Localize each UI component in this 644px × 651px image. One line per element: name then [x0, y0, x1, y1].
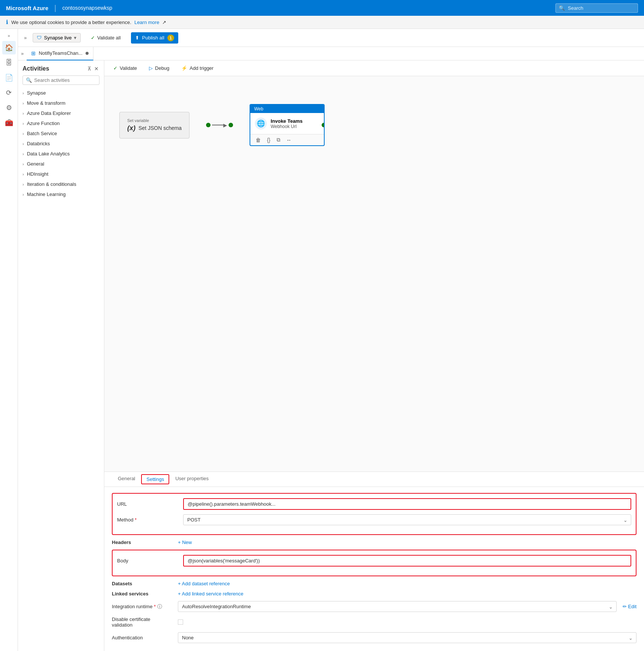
tab-settings[interactable]: Settings	[141, 474, 169, 484]
add-trigger-button[interactable]: ⚡ Add trigger	[178, 64, 217, 72]
headers-new-button[interactable]: + New	[178, 539, 192, 545]
activity-group-ade[interactable]: › Azure Data Explorer	[18, 108, 104, 118]
edit-ir-button[interactable]: ✏ Edit	[623, 604, 636, 609]
code-btn[interactable]: {}	[265, 136, 272, 144]
group-label: Batch Service	[27, 131, 57, 136]
tab-expand-left[interactable]: »	[21, 51, 24, 56]
toolbar-expand[interactable]: »	[24, 35, 27, 41]
debug-button[interactable]: ▷ Debug	[146, 64, 172, 72]
target-dot	[229, 123, 233, 127]
headers-row: Headers + New	[112, 539, 636, 545]
workspace-name: contososynapsewksp	[62, 5, 112, 11]
method-row: Method * POST GET PUT DELETE	[117, 514, 631, 525]
activity-group-general[interactable]: › General	[18, 159, 104, 169]
activities-search-input[interactable]	[34, 77, 96, 83]
activity-group-synapse[interactable]: › Synapse	[18, 88, 104, 98]
chevron-icon: ›	[23, 121, 24, 126]
group-label: Databricks	[27, 141, 50, 146]
cookie-banner: ℹ We use optional cookies to provide a b…	[0, 16, 644, 29]
search-icon: 🔍	[26, 77, 32, 83]
lightning-icon: ⚡	[181, 65, 187, 71]
chevron-icon: ›	[23, 182, 24, 187]
activity-group-batch[interactable]: › Batch Service	[18, 128, 104, 139]
add-dataset-button[interactable]: + Add dataset reference	[178, 581, 230, 586]
copy-btn[interactable]: ⧉	[275, 136, 282, 144]
upload-icon: ⬆	[135, 35, 139, 41]
web-node-body: 🌐 Invoke Teams Webhook Url	[250, 113, 324, 134]
nav-data[interactable]: 🗄	[2, 56, 16, 69]
url-method-box: URL Method * POST	[112, 493, 636, 535]
connector-line	[212, 125, 223, 125]
check-icon: ✓	[113, 65, 117, 71]
auth-select[interactable]: None Basic MSI	[178, 632, 636, 643]
close-panel-btn[interactable]: ✕	[93, 65, 99, 72]
canvas-toolbar: ✓ Validate ▷ Debug ⚡ Add trigger	[104, 60, 644, 76]
collapse-btn[interactable]: ⊼	[87, 65, 92, 72]
chevron-icon: ›	[23, 91, 24, 95]
add-linked-service-button[interactable]: + Add linked service reference	[178, 591, 244, 597]
activities-search-box[interactable]: 🔍	[23, 75, 99, 85]
node-type-label: Set variable	[127, 118, 182, 123]
url-input[interactable]	[183, 498, 631, 510]
synapse-dropdown-icon[interactable]: ▾	[74, 35, 77, 41]
synapse-badge: 🛡 Synapse live ▾	[33, 33, 81, 42]
cert-label: Disable certificate validation	[112, 616, 172, 628]
activity-group-ml[interactable]: › Machine Learning	[18, 189, 104, 199]
search-bar[interactable]: 🔍 Search	[555, 3, 638, 13]
activity-group-databricks[interactable]: › Databricks	[18, 139, 104, 149]
brand-logo: Microsoft Azure	[6, 5, 48, 11]
delete-btn[interactable]: 🗑	[254, 136, 262, 144]
method-select[interactable]: POST GET PUT DELETE	[183, 514, 631, 525]
ir-select-wrapper[interactable]: AutoResolveIntegrationRuntime	[178, 601, 617, 612]
nav-integrate[interactable]: ⟳	[2, 86, 16, 99]
required-star: *	[135, 517, 137, 523]
ir-select[interactable]: AutoResolveIntegrationRuntime	[178, 601, 617, 612]
tab-icon: ⊞	[31, 50, 36, 56]
nav-monitor[interactable]: ⚙	[2, 101, 16, 115]
web-node[interactable]: Web 🌐 Invoke Teams Webhook Url 🗑	[250, 104, 325, 146]
datasets-row: Datasets + Add dataset reference	[112, 581, 636, 586]
nav-docs[interactable]: 📄	[2, 71, 16, 84]
divider: |	[54, 4, 56, 12]
toolbar: » 🛡 Synapse live ▾ ✓ Validate all ⬆ Publ…	[18, 29, 644, 47]
arrow-btn[interactable]: ↔	[285, 136, 293, 144]
group-label: HDInsight	[27, 171, 48, 177]
activity-group-move[interactable]: › Move & transform	[18, 98, 104, 108]
content-area: » 🛡 Synapse live ▾ ✓ Validate all ⬆ Publ…	[18, 29, 644, 651]
body-box: Body	[112, 550, 636, 576]
validate-button[interactable]: ✓ Validate	[110, 64, 140, 72]
auth-select-wrapper[interactable]: None Basic MSI	[178, 632, 636, 643]
ir-required: *	[154, 604, 156, 609]
group-label: Azure Function	[27, 121, 60, 126]
chevron-icon: ›	[23, 162, 24, 166]
nav-home[interactable]: 🏠	[2, 41, 16, 54]
tab-bar: » ⊞ NotifiyTeamsChan...	[18, 47, 644, 60]
set-variable-node[interactable]: Set variable (x) Set JSON schema	[119, 112, 190, 139]
chevron-icon: ›	[23, 131, 24, 136]
settings-panel: General Settings User properties URL	[104, 472, 644, 651]
tab-notifiy-teams[interactable]: ⊞ NotifiyTeamsChan...	[27, 47, 93, 60]
activity-group-azure-function[interactable]: › Azure Function	[18, 118, 104, 128]
group-label: Synapse	[27, 90, 46, 96]
activity-group-iteration[interactable]: › Iteration & conditionals	[18, 179, 104, 189]
canvas-workspace[interactable]: Set variable (x) Set JSON schema ▶	[104, 76, 644, 472]
linked-services-label: Linked services	[112, 591, 172, 597]
activity-group-hdinsight[interactable]: › HDInsight	[18, 169, 104, 179]
nav-expand-btn[interactable]: »	[2, 32, 16, 39]
tab-general[interactable]: General	[112, 472, 141, 487]
chevron-icon: ›	[23, 111, 24, 116]
activity-group-datalake[interactable]: › Data Lake Analytics	[18, 149, 104, 159]
group-label: General	[27, 161, 44, 167]
tab-user-properties[interactable]: User properties	[169, 472, 215, 487]
method-select-wrapper[interactable]: POST GET PUT DELETE	[183, 514, 631, 525]
cert-checkbox[interactable]	[178, 619, 183, 625]
validate-all-button[interactable]: ✓ Validate all	[87, 33, 125, 43]
body-input[interactable]	[183, 555, 631, 567]
canvas-area: ✓ Validate ▷ Debug ⚡ Add trigger	[104, 60, 644, 651]
learn-more-link[interactable]: Learn more	[134, 20, 159, 25]
publish-all-button[interactable]: ⬆ Publish all 1	[131, 32, 178, 44]
top-bar: Microsoft Azure | contososynapsewksp 🔍 S…	[0, 0, 644, 16]
nav-manage[interactable]: 🧰	[2, 116, 16, 130]
headers-label: Headers	[112, 539, 172, 545]
activities-header: Activities ⊼ ✕	[18, 60, 104, 75]
